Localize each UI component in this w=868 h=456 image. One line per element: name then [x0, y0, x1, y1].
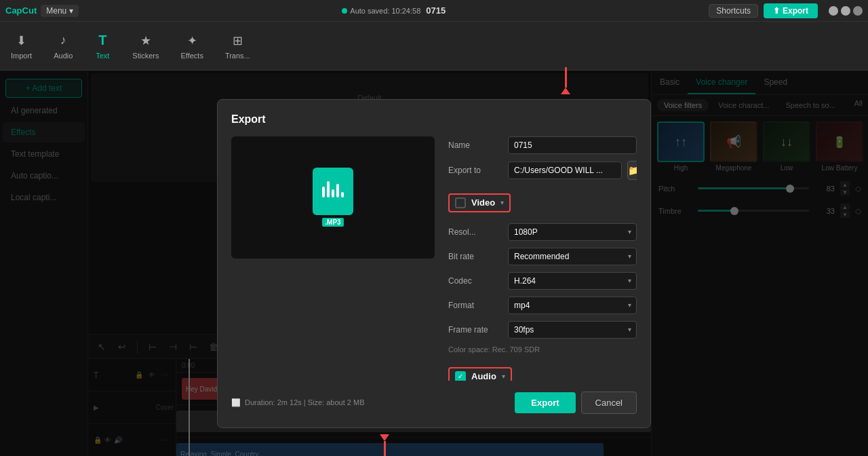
arrow-down-icon: [380, 434, 389, 441]
stickers-icon: ★: [138, 33, 154, 49]
format-row: Format mp4 mov ▾: [448, 297, 637, 314]
resolution-select-wrapper: 1080P 720P 4K ▾: [508, 223, 637, 241]
close-button[interactable]: [853, 6, 863, 16]
arrow-up-icon: [561, 88, 570, 94]
video-toggle-icon[interactable]: ▾: [500, 199, 504, 206]
text-icon: T: [94, 33, 111, 49]
audio-section-header: ✓ Audio ▾: [448, 367, 512, 381]
tool-audio-label: Audio: [54, 52, 73, 60]
bitrate-label: Bit rate: [448, 252, 502, 261]
main-layout: + Add text AI generated Effects Text tem…: [0, 71, 868, 456]
color-space-text: Color space: Rec. 709 SDR: [448, 345, 637, 354]
tool-transitions[interactable]: ⊞ Trans...: [220, 30, 256, 62]
codec-row: Codec H.264 H.265 ▾: [448, 272, 637, 290]
mp3-label: .MP3: [322, 218, 343, 227]
format-select[interactable]: mp4 mov: [508, 297, 637, 314]
menu-button[interactable]: Menu ▾: [41, 5, 79, 17]
format-label: Format: [448, 301, 502, 310]
app-logo: CapCut: [5, 5, 37, 16]
import-icon: ⬇: [14, 33, 30, 49]
tool-effects[interactable]: ✦ Effects: [175, 30, 208, 62]
codec-label: Codec: [448, 276, 502, 286]
effects-icon: ✦: [184, 33, 200, 49]
autosave-indicator: Auto saved: 10:24:58: [342, 7, 420, 15]
modal-title: Export: [231, 113, 637, 126]
bitrate-select[interactable]: Recommended Low High: [508, 248, 637, 265]
tool-effects-label: Effects: [180, 52, 203, 60]
tool-stickers[interactable]: ★ Stickers: [127, 30, 164, 62]
export-button-top[interactable]: ⬆ Export: [764, 3, 818, 18]
project-title: 0715: [426, 5, 446, 16]
video-checkbox[interactable]: [455, 197, 466, 208]
window-controls: [829, 6, 863, 16]
framerate-row: Frame rate 30fps 24fps 60fps ▾: [448, 321, 637, 339]
top-bar: CapCut Menu ▾ Auto saved: 10:24:58 0715 …: [0, 0, 868, 22]
tool-import-label: Import: [11, 52, 32, 60]
shortcuts-button[interactable]: Shortcuts: [709, 4, 758, 18]
tool-transitions-label: Trans...: [225, 52, 250, 60]
modal-fields: Name Export to 📁 Video ▾: [448, 136, 637, 381]
mp3-icon: [313, 168, 353, 215]
export-modal-button[interactable]: Export: [515, 392, 575, 413]
video-section-title: Video: [471, 197, 495, 208]
duration-text: ⬜ Duration: 2m 12s | Size: about 2 MB: [231, 398, 509, 407]
tool-stickers-label: Stickers: [132, 52, 159, 60]
modal-body: .MP3 Name Export to 📁: [231, 136, 637, 381]
export-preview: .MP3: [231, 136, 435, 259]
resolution-label: Resol...: [448, 227, 502, 237]
export-arrow-container: [561, 67, 570, 94]
format-select-wrapper: mp4 mov ▾: [508, 297, 637, 314]
name-input[interactable]: [508, 136, 637, 154]
autosave-dot: [342, 8, 347, 14]
cancel-modal-button[interactable]: Cancel: [581, 392, 637, 414]
top-bar-right: Shortcuts ⬆ Export: [709, 3, 863, 18]
modal-footer: ⬜ Duration: 2m 12s | Size: about 2 MB Ex…: [231, 392, 637, 414]
tool-text[interactable]: T Text: [89, 30, 116, 62]
minimize-button[interactable]: [829, 6, 838, 16]
audio-section-title: Audio: [471, 371, 496, 381]
export-arrow-bottom-container: [380, 434, 389, 457]
main-toolbar: ⬇ Import ♪ Audio T Text ★ Stickers ✦ Eff…: [0, 22, 868, 71]
audio-toggle-icon[interactable]: ▾: [502, 373, 505, 380]
export-to-row: Export to 📁: [448, 161, 637, 180]
framerate-label: Frame rate: [448, 325, 502, 335]
arrow-shaft-down: [384, 441, 386, 457]
export-to-input[interactable]: [508, 162, 622, 179]
audio-checkbox[interactable]: ✓: [455, 371, 466, 381]
export-to-label: Export to: [448, 166, 502, 175]
audio-icon: ♪: [55, 33, 71, 49]
bitrate-select-wrapper: Recommended Low High ▾: [508, 248, 637, 265]
name-label: Name: [448, 140, 502, 150]
export-modal: Export .MP3: [217, 99, 651, 428]
framerate-select[interactable]: 30fps 24fps 60fps: [508, 321, 637, 339]
transitions-icon: ⊞: [229, 33, 245, 49]
tool-audio[interactable]: ♪ Audio: [48, 30, 78, 62]
tool-text-label: Text: [96, 52, 109, 60]
maximize-button[interactable]: [841, 6, 850, 16]
resolution-select[interactable]: 1080P 720P 4K: [508, 223, 637, 241]
top-bar-center: Auto saved: 10:24:58 0715: [79, 5, 709, 16]
tool-import[interactable]: ⬇ Import: [5, 30, 37, 62]
resolution-row: Resol... 1080P 720P 4K ▾: [448, 223, 637, 241]
name-row: Name: [448, 136, 637, 154]
mp3-bars: [322, 181, 344, 197]
codec-select-wrapper: H.264 H.265 ▾: [508, 272, 637, 290]
modal-overlay: Export .MP3: [0, 71, 868, 456]
arrow-shaft-up: [565, 67, 567, 88]
framerate-select-wrapper: 30fps 24fps 60fps ▾: [508, 321, 637, 339]
video-section-header: Video ▾: [448, 193, 511, 212]
folder-button[interactable]: 📁: [627, 161, 637, 180]
codec-select[interactable]: H.264 H.265: [508, 272, 637, 290]
bitrate-row: Bit rate Recommended Low High ▾: [448, 248, 637, 265]
